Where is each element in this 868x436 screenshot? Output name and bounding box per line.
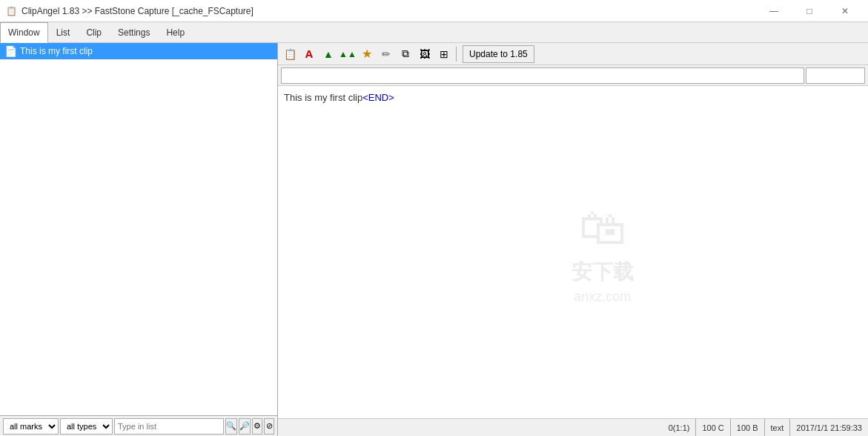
- content-text: This is my first clip<END>: [284, 92, 394, 103]
- menu-window[interactable]: Window: [0, 22, 48, 43]
- status-datetime: 2017/1/1 21:59:33: [790, 419, 868, 436]
- search-input[interactable]: [281, 67, 804, 84]
- title-text: ClipAngel 1.83 >> FastStone Capture [_ca…: [21, 6, 254, 16]
- right-panel: 📋 A ▲ ▲▲ ★ ✏ ⧉ 🖼 ⊞ Update to 1.85 This i…: [278, 43, 868, 436]
- top-button[interactable]: ▲▲: [339, 45, 357, 63]
- watermark: 🛍 安下载 anxz.com: [572, 200, 634, 305]
- end-tag: <END>: [362, 92, 394, 103]
- left-panel: 📄 This is my first clip all marks all ty…: [0, 43, 278, 436]
- toolbar-separator: [456, 47, 457, 62]
- menu-list[interactable]: List: [48, 22, 79, 43]
- menu-bar: Window List Clip Settings Help: [0, 22, 868, 43]
- favorite-button[interactable]: ★: [358, 45, 376, 63]
- copy-button[interactable]: ⧉: [397, 45, 414, 63]
- title-bar: 📋 ClipAngel 1.83 >> FastStone Capture [_…: [0, 0, 868, 22]
- close-button[interactable]: ✕: [828, 0, 862, 22]
- clip-content: This is my first clip: [284, 92, 362, 103]
- update-button[interactable]: Update to 1.85: [463, 45, 534, 63]
- more-button[interactable]: ⊞: [435, 45, 453, 63]
- clip-list: 📄 This is my first clip: [0, 43, 277, 415]
- title-bar-left: 📋 ClipAngel 1.83 >> FastStone Capture [_…: [6, 6, 254, 16]
- font-button[interactable]: A: [300, 45, 318, 63]
- zoom-out-button[interactable]: 🔎: [239, 418, 251, 435]
- main-area: 📄 This is my first clip all marks all ty…: [0, 43, 868, 436]
- edit-button[interactable]: ✏: [377, 45, 395, 63]
- search-bar: [278, 65, 868, 86]
- menu-clip[interactable]: Clip: [78, 22, 110, 43]
- menu-help[interactable]: Help: [158, 22, 193, 43]
- toolbar: 📋 A ▲ ▲▲ ★ ✏ ⧉ 🖼 ⊞ Update to 1.85: [278, 43, 868, 65]
- status-position: 0(1:1): [663, 419, 697, 436]
- menu-settings[interactable]: Settings: [110, 22, 158, 43]
- clip-item-icon: 📄: [4, 45, 17, 57]
- search-extra: [806, 67, 865, 84]
- move-up-button[interactable]: ▲: [319, 45, 337, 63]
- paste-button[interactable]: 📋: [281, 45, 299, 63]
- app-icon: 📋: [6, 6, 17, 16]
- zoom-in-button[interactable]: 🔍: [225, 418, 237, 435]
- left-bottom-toolbar: all marks all types 🔍 🔎 ⚙ ⊘: [0, 415, 277, 436]
- status-bar: 0(1:1) 100 C 100 B text 2017/1/1 21:59:3…: [278, 418, 868, 436]
- maximize-button[interactable]: □: [792, 0, 826, 22]
- types-filter-select[interactable]: all types: [60, 418, 113, 435]
- watermark-text: 安下载: [572, 258, 634, 286]
- clip-item[interactable]: 📄 This is my first clip: [0, 43, 277, 59]
- settings-list-button[interactable]: ⚙: [252, 418, 262, 435]
- status-bytes: 100 B: [731, 419, 765, 436]
- title-bar-controls: — □ ✕: [757, 0, 862, 22]
- clip-item-text: This is my first clip: [20, 46, 93, 56]
- filter-button[interactable]: ⊘: [264, 418, 274, 435]
- status-chars: 100 C: [696, 419, 730, 436]
- watermark-icon: 🛍: [579, 200, 626, 255]
- status-type: text: [765, 419, 791, 436]
- watermark-sub: anxz.com: [574, 289, 631, 305]
- list-search-input[interactable]: [114, 418, 224, 435]
- content-area: This is my first clip<END> 🛍 安下载 anxz.co…: [278, 86, 868, 418]
- image-button[interactable]: 🖼: [416, 45, 434, 63]
- minimize-button[interactable]: —: [757, 0, 791, 22]
- marks-filter-select[interactable]: all marks: [3, 418, 59, 435]
